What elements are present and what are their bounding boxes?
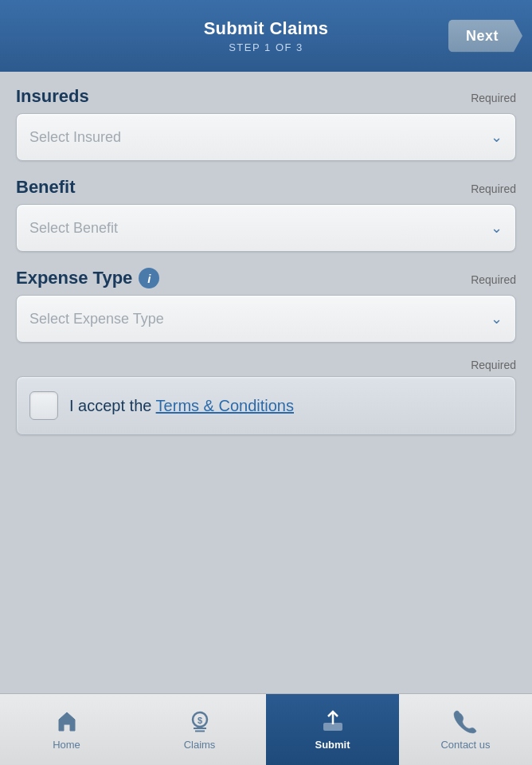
terms-section: Required I accept the Terms & Conditions	[16, 359, 516, 435]
benefit-select[interactable]: Select Benefit ⌄	[16, 204, 516, 252]
benefit-label: Benefit	[16, 177, 76, 198]
expense-type-label-group: Expense Type i	[16, 268, 159, 288]
expense-type-placeholder: Select Expense Type	[29, 311, 164, 328]
nav-label-contact: Contact us	[440, 739, 490, 751]
benefit-chevron-icon: ⌄	[491, 219, 503, 237]
nav-item-home[interactable]: Home	[0, 694, 133, 765]
insureds-required: Required	[471, 92, 516, 104]
insureds-chevron-icon: ⌄	[491, 128, 503, 146]
submit-icon	[320, 708, 346, 734]
nav-item-contact[interactable]: Contact us	[399, 694, 532, 765]
terms-text: I accept the Terms & Conditions	[69, 397, 294, 415]
terms-box: I accept the Terms & Conditions	[16, 376, 516, 435]
phone-icon	[453, 708, 479, 734]
expense-type-section: Expense Type i Required Select Expense T…	[16, 268, 516, 343]
nav-item-submit[interactable]: Submit	[266, 694, 399, 765]
expense-type-chevron-icon: ⌄	[491, 310, 503, 328]
insureds-select[interactable]: Select Insured ⌄	[16, 113, 516, 161]
claims-icon: $	[187, 708, 213, 734]
home-icon	[54, 708, 80, 734]
terms-required: Required	[471, 359, 516, 371]
info-icon[interactable]: i	[139, 268, 159, 288]
terms-checkbox[interactable]	[29, 391, 58, 420]
expense-type-select[interactable]: Select Expense Type ⌄	[16, 295, 516, 343]
nav-label-home: Home	[53, 739, 80, 751]
insureds-placeholder: Select Insured	[29, 129, 121, 146]
benefit-section-header: Benefit Required	[16, 177, 516, 198]
insureds-label: Insureds	[16, 86, 89, 107]
nav-item-claims[interactable]: $ Claims	[133, 694, 266, 765]
header: Submit Claims STEP 1 OF 3 Next	[0, 0, 532, 72]
bottom-nav: Home $ Claims Submit Contact us	[0, 693, 532, 765]
terms-text-prefix: I accept the	[69, 397, 156, 414]
main-content: Insureds Required Select Insured ⌄ Benef…	[0, 72, 532, 693]
next-button[interactable]: Next	[448, 20, 522, 53]
header-subtitle: STEP 1 OF 3	[204, 41, 329, 53]
insureds-section: Insureds Required Select Insured ⌄	[16, 86, 516, 161]
expense-type-section-header: Expense Type i Required	[16, 268, 516, 288]
expense-type-required: Required	[471, 273, 516, 286]
benefit-section: Benefit Required Select Benefit ⌄	[16, 177, 516, 252]
header-title-group: Submit Claims STEP 1 OF 3	[204, 18, 329, 53]
nav-label-claims: Claims	[184, 739, 216, 751]
terms-link[interactable]: Terms & Conditions	[156, 397, 294, 414]
benefit-required: Required	[471, 182, 516, 195]
svg-text:$: $	[197, 716, 201, 725]
benefit-placeholder: Select Benefit	[29, 220, 118, 237]
terms-required-row: Required	[16, 359, 516, 371]
insureds-section-header: Insureds Required	[16, 86, 516, 107]
expense-type-label: Expense Type	[16, 268, 132, 288]
header-title: Submit Claims	[204, 18, 329, 39]
nav-label-submit: Submit	[315, 739, 350, 751]
